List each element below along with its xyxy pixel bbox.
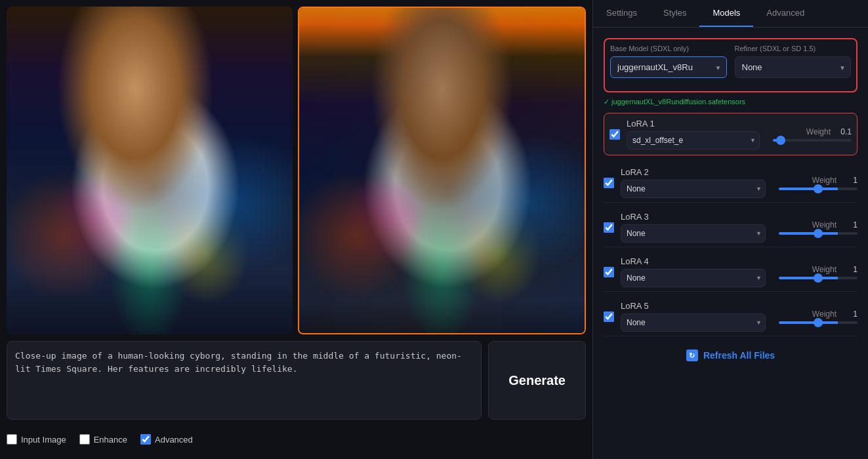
lora4-checkbox[interactable] — [604, 267, 614, 277]
lora4-select[interactable]: None — [621, 269, 766, 287]
lora5-title: LoRA 5 — [621, 301, 766, 311]
base-model-wrapper: juggernautXL_v8Ru ▼ — [610, 56, 727, 78]
left-panel: Generate Input Image Enhance Advanced — [0, 0, 592, 459]
image-container — [7, 7, 586, 334]
base-model-label: Base Model (SDXL only) — [610, 45, 727, 52]
city-overlay-left — [7, 7, 293, 334]
image-slot-right[interactable] — [298, 7, 587, 334]
lora1-weight-label: Weight — [806, 127, 831, 136]
city-overlay-right — [299, 8, 585, 333]
lora3-checkbox[interactable] — [604, 222, 614, 233]
lora1-weight-value: 0.1 — [836, 127, 852, 136]
model-section: Base Model (SDXL only) juggernautXL_v8Ru… — [610, 45, 851, 78]
lora1-select[interactable]: sd_xl_offset_e — [627, 131, 760, 150]
tab-settings[interactable]: Settings — [593, 0, 650, 27]
lora2-middle: LoRA 2 None ▼ — [621, 167, 766, 198]
advanced-label: Advanced — [155, 435, 193, 445]
lora5-select-wrapper: None ▼ — [621, 313, 766, 332]
input-image-control[interactable]: Input Image — [7, 434, 66, 445]
tab-advanced[interactable]: Advanced — [753, 0, 817, 27]
lora1-right: Weight 0.1 — [760, 127, 852, 142]
input-image-checkbox[interactable] — [7, 434, 17, 445]
lora3-middle: LoRA 3 None ▼ — [621, 212, 766, 243]
tabs-header: Settings Styles Models Advanced — [593, 0, 868, 28]
lora2-select[interactable]: None — [621, 180, 766, 198]
lora4-middle: LoRA 4 None ▼ — [621, 256, 766, 287]
lora-row-1: LoRA 1 sd_xl_offset_e ▼ Weight 0.1 — [604, 113, 858, 155]
lora-row-3: LoRA 3 None ▼ Weight 1 — [604, 205, 858, 247]
lora5-middle: LoRA 5 None ▼ — [621, 301, 766, 332]
lora-row-4: LoRA 4 None ▼ Weight 1 — [604, 250, 858, 292]
lora5-weight-row: Weight 1 — [812, 309, 858, 319]
lora4-right: Weight 1 — [766, 265, 858, 279]
lora-container: LoRA 1 sd_xl_offset_e ▼ Weight 0.1 — [604, 113, 858, 336]
refresh-icon: ↻ — [686, 349, 698, 361]
lora1-middle: LoRA 1 sd_xl_offset_e ▼ — [627, 119, 760, 150]
prompt-textarea[interactable] — [7, 341, 482, 420]
refiner-col: Refiner (SDXL or SD 1.5) None ▼ — [735, 45, 852, 78]
enhance-label: Enhance — [94, 435, 127, 445]
enhance-checkbox[interactable] — [79, 434, 90, 445]
enhance-control[interactable]: Enhance — [79, 434, 127, 445]
refiner-select[interactable]: None — [735, 56, 852, 78]
tab-styles[interactable]: Styles — [650, 0, 699, 27]
lora-row-5: LoRA 5 None ▼ Weight 1 — [604, 294, 858, 336]
base-model-select[interactable]: juggernautXL_v8Ru — [610, 56, 727, 78]
base-model-box: Base Model (SDXL only) juggernautXL_v8Ru… — [604, 38, 858, 92]
generate-button[interactable]: Generate — [488, 341, 586, 420]
refiner-label: Refiner (SDXL or SD 1.5) — [735, 45, 852, 52]
lora4-title: LoRA 4 — [621, 256, 766, 266]
lora-row-2: LoRA 2 None ▼ Weight 1 — [604, 161, 858, 203]
lora3-title: LoRA 3 — [621, 212, 766, 222]
lora1-select-wrapper: sd_xl_offset_e ▼ — [627, 131, 760, 150]
lora3-weight-slider[interactable] — [779, 232, 858, 235]
lora4-weight-value: 1 — [842, 265, 858, 274]
bottom-controls: Input Image Enhance Advanced — [7, 426, 586, 452]
lora2-title: LoRA 2 — [621, 167, 766, 177]
lora3-weight-label: Weight — [812, 220, 837, 230]
refresh-label: Refresh All Files — [703, 350, 775, 361]
advanced-checkbox[interactable] — [140, 434, 151, 445]
tab-models[interactable]: Models — [699, 0, 753, 27]
bottom-area: Generate — [7, 341, 586, 420]
lora5-weight-slider[interactable] — [779, 321, 858, 324]
lora4-weight-slider[interactable] — [779, 277, 858, 279]
lora1-weight-slider[interactable] — [773, 139, 852, 142]
main-layout: Generate Input Image Enhance Advanced Se… — [0, 0, 868, 459]
panel-content: Base Model (SDXL only) juggernautXL_v8Ru… — [593, 28, 868, 459]
lora2-checkbox[interactable] — [604, 178, 614, 188]
right-panel: Settings Styles Models Advanced Base Mod… — [592, 0, 868, 459]
lora5-weight-label: Weight — [812, 309, 837, 319]
lora2-select-wrapper: None ▼ — [621, 180, 766, 198]
lora2-weight-row: Weight 1 — [812, 176, 858, 185]
lora1-checkbox[interactable] — [610, 129, 620, 140]
lora3-select[interactable]: None — [621, 224, 766, 243]
verified-model-text: ✓ juggernautXL_v8Rundiffusion.safetensor… — [604, 98, 858, 106]
lora5-right: Weight 1 — [766, 309, 858, 324]
lora4-weight-row: Weight 1 — [812, 265, 858, 274]
lora2-right: Weight 1 — [766, 176, 858, 190]
advanced-control[interactable]: Advanced — [140, 434, 193, 445]
lora1-weight-row: Weight 0.1 — [806, 127, 852, 136]
lora5-select[interactable]: None — [621, 313, 766, 332]
image-slot-left — [7, 7, 293, 334]
refresh-button[interactable]: ↻ Refresh All Files — [604, 342, 858, 369]
lora5-checkbox[interactable] — [604, 311, 614, 322]
lora4-weight-label: Weight — [812, 265, 837, 274]
lora3-right: Weight 1 — [766, 220, 858, 235]
lora3-select-wrapper: None ▼ — [621, 224, 766, 243]
lora2-weight-value: 1 — [842, 176, 858, 185]
lora5-weight-value: 1 — [842, 309, 858, 319]
lora4-select-wrapper: None ▼ — [621, 269, 766, 287]
refiner-wrapper: None ▼ — [735, 56, 852, 78]
lora2-weight-label: Weight — [812, 176, 837, 185]
lora3-weight-value: 1 — [842, 220, 858, 230]
input-image-label: Input Image — [21, 435, 66, 445]
base-model-col: Base Model (SDXL only) juggernautXL_v8Ru… — [610, 45, 727, 78]
lora3-weight-row: Weight 1 — [812, 220, 858, 230]
lora2-weight-slider[interactable] — [779, 188, 858, 190]
lora1-title: LoRA 1 — [627, 119, 760, 129]
